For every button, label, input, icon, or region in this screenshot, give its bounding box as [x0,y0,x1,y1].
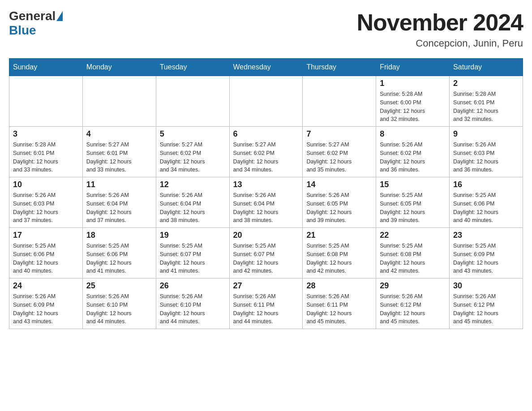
day-info: Sunrise: 5:27 AMSunset: 6:02 PMDaylight:… [233,141,299,174]
calendar-cell: 5Sunrise: 5:27 AMSunset: 6:02 PMDaylight… [156,127,229,177]
location-subtitle: Concepcion, Junin, Peru [357,38,523,49]
day-number: 14 [306,180,372,189]
calendar-cell: 2Sunrise: 5:28 AMSunset: 6:01 PMDaylight… [450,76,523,127]
day-number: 29 [380,281,446,291]
day-info: Sunrise: 5:26 AMSunset: 6:09 PMDaylight:… [13,292,79,326]
calendar-cell: 19Sunrise: 5:25 AMSunset: 6:07 PMDayligh… [156,228,229,278]
calendar-cell: 23Sunrise: 5:25 AMSunset: 6:09 PMDayligh… [450,228,523,278]
calendar-cell: 16Sunrise: 5:25 AMSunset: 6:06 PMDayligh… [450,177,523,228]
day-number: 30 [453,281,519,291]
day-number: 4 [86,129,152,139]
day-number: 7 [306,129,372,139]
calendar-cell: 14Sunrise: 5:26 AMSunset: 6:05 PMDayligh… [303,177,376,228]
calendar-cell: 28Sunrise: 5:26 AMSunset: 6:11 PMDayligh… [303,278,376,329]
day-info: Sunrise: 5:25 AMSunset: 6:09 PMDaylight:… [453,242,519,275]
day-number: 6 [233,129,299,139]
calendar-cell: 29Sunrise: 5:26 AMSunset: 6:12 PMDayligh… [376,278,450,329]
day-info: Sunrise: 5:25 AMSunset: 6:06 PMDaylight:… [453,191,519,225]
day-number: 20 [233,231,299,240]
calendar-cell: 27Sunrise: 5:26 AMSunset: 6:11 PMDayligh… [229,278,303,329]
day-info: Sunrise: 5:26 AMSunset: 6:11 PMDaylight:… [306,292,372,326]
day-info: Sunrise: 5:25 AMSunset: 6:07 PMDaylight:… [233,242,299,275]
day-info: Sunrise: 5:25 AMSunset: 6:05 PMDaylight:… [380,191,446,225]
day-number: 8 [380,129,446,139]
day-info: Sunrise: 5:26 AMSunset: 6:02 PMDaylight:… [380,141,446,174]
calendar-cell: 26Sunrise: 5:26 AMSunset: 6:10 PMDayligh… [156,278,229,329]
day-number: 19 [160,231,226,240]
calendar-cell: 8Sunrise: 5:26 AMSunset: 6:02 PMDaylight… [376,127,450,177]
calendar-cell: 15Sunrise: 5:25 AMSunset: 6:05 PMDayligh… [376,177,450,228]
day-info: Sunrise: 5:25 AMSunset: 6:06 PMDaylight:… [13,242,79,275]
calendar-cell: 1Sunrise: 5:28 AMSunset: 6:00 PMDaylight… [376,76,450,127]
day-info: Sunrise: 5:26 AMSunset: 6:04 PMDaylight:… [233,191,299,225]
calendar-cell: 7Sunrise: 5:27 AMSunset: 6:02 PMDaylight… [303,127,376,177]
day-info: Sunrise: 5:26 AMSunset: 6:05 PMDaylight:… [306,191,372,225]
month-title: November 2024 [357,9,523,36]
calendar-cell: 12Sunrise: 5:26 AMSunset: 6:04 PMDayligh… [156,177,229,228]
calendar-cell: 9Sunrise: 5:26 AMSunset: 6:03 PMDaylight… [450,127,523,177]
day-info: Sunrise: 5:26 AMSunset: 6:11 PMDaylight:… [233,292,299,326]
calendar-cell [303,76,376,127]
day-info: Sunrise: 5:26 AMSunset: 6:12 PMDaylight:… [453,292,519,326]
weekday-header-monday: Monday [82,59,156,76]
calendar-cell: 13Sunrise: 5:26 AMSunset: 6:04 PMDayligh… [229,177,303,228]
day-number: 1 [380,79,446,88]
calendar-cell: 22Sunrise: 5:25 AMSunset: 6:08 PMDayligh… [376,228,450,278]
calendar-cell: 10Sunrise: 5:26 AMSunset: 6:03 PMDayligh… [9,177,83,228]
day-info: Sunrise: 5:26 AMSunset: 6:10 PMDaylight:… [160,292,226,326]
day-number: 10 [13,180,79,189]
calendar-cell: 11Sunrise: 5:26 AMSunset: 6:04 PMDayligh… [82,177,156,228]
day-number: 18 [86,231,152,240]
calendar-cell [82,76,156,127]
calendar-cell: 3Sunrise: 5:28 AMSunset: 6:01 PMDaylight… [9,127,83,177]
day-info: Sunrise: 5:26 AMSunset: 6:04 PMDaylight:… [160,191,226,225]
day-number: 25 [86,281,152,291]
day-info: Sunrise: 5:27 AMSunset: 6:02 PMDaylight:… [160,141,226,174]
weekday-header-saturday: Saturday [450,59,523,76]
day-info: Sunrise: 5:26 AMSunset: 6:04 PMDaylight:… [86,191,152,225]
weekday-header-thursday: Thursday [303,59,376,76]
calendar-table: SundayMondayTuesdayWednesdayThursdayFrid… [9,58,523,329]
week-row-4: 17Sunrise: 5:25 AMSunset: 6:06 PMDayligh… [9,228,523,278]
calendar-cell: 4Sunrise: 5:27 AMSunset: 6:01 PMDaylight… [82,127,156,177]
logo-blue: Blue [9,23,36,38]
day-number: 22 [380,231,446,240]
calendar-cell: 6Sunrise: 5:27 AMSunset: 6:02 PMDaylight… [229,127,303,177]
calendar-cell: 24Sunrise: 5:26 AMSunset: 6:09 PMDayligh… [9,278,83,329]
day-info: Sunrise: 5:25 AMSunset: 6:08 PMDaylight:… [380,242,446,275]
day-info: Sunrise: 5:28 AMSunset: 6:00 PMDaylight:… [380,90,446,124]
week-row-1: 1Sunrise: 5:28 AMSunset: 6:00 PMDaylight… [9,76,523,127]
calendar-cell: 17Sunrise: 5:25 AMSunset: 6:06 PMDayligh… [9,228,83,278]
day-info: Sunrise: 5:28 AMSunset: 6:01 PMDaylight:… [453,90,519,124]
calendar-cell: 30Sunrise: 5:26 AMSunset: 6:12 PMDayligh… [450,278,523,329]
day-info: Sunrise: 5:25 AMSunset: 6:08 PMDaylight:… [306,242,372,275]
calendar-cell [9,76,83,127]
day-number: 27 [233,281,299,291]
day-number: 23 [453,231,519,240]
day-info: Sunrise: 5:27 AMSunset: 6:01 PMDaylight:… [86,141,152,174]
day-number: 26 [160,281,226,291]
calendar-cell [229,76,303,127]
logo-general: General [9,9,56,23]
day-info: Sunrise: 5:26 AMSunset: 6:03 PMDaylight:… [453,141,519,174]
logo-triangle-icon [56,11,63,21]
calendar-cell: 25Sunrise: 5:26 AMSunset: 6:10 PMDayligh… [82,278,156,329]
logo: General Blue [9,9,64,38]
calendar-cell [156,76,229,127]
day-info: Sunrise: 5:26 AMSunset: 6:12 PMDaylight:… [380,292,446,326]
week-row-5: 24Sunrise: 5:26 AMSunset: 6:09 PMDayligh… [9,278,523,329]
day-number: 3 [13,129,79,139]
day-number: 28 [306,281,372,291]
day-number: 17 [13,231,79,240]
weekday-header-tuesday: Tuesday [156,59,229,76]
calendar-cell: 20Sunrise: 5:25 AMSunset: 6:07 PMDayligh… [229,228,303,278]
day-info: Sunrise: 5:25 AMSunset: 6:06 PMDaylight:… [86,242,152,275]
day-info: Sunrise: 5:25 AMSunset: 6:07 PMDaylight:… [160,242,226,275]
day-number: 5 [160,129,226,139]
calendar-cell: 21Sunrise: 5:25 AMSunset: 6:08 PMDayligh… [303,228,376,278]
day-number: 24 [13,281,79,291]
day-number: 9 [453,129,519,139]
day-info: Sunrise: 5:26 AMSunset: 6:10 PMDaylight:… [86,292,152,326]
weekday-header-friday: Friday [376,59,450,76]
weekday-header-row: SundayMondayTuesdayWednesdayThursdayFrid… [9,59,523,76]
